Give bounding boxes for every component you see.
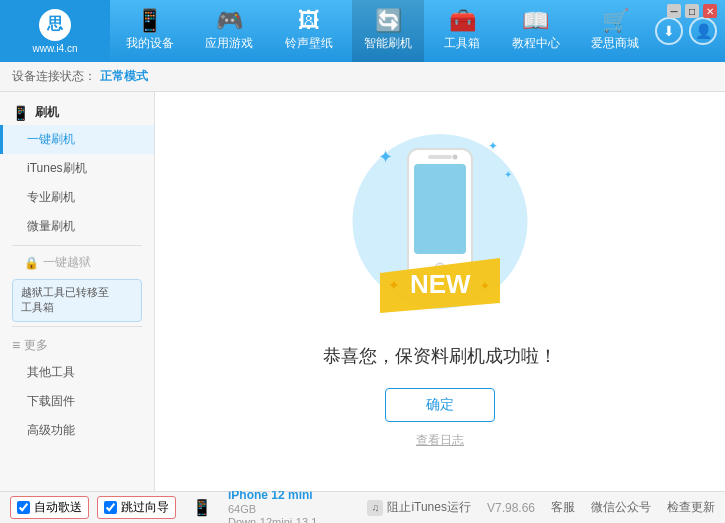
device-info: iPhone 12 mini 64GB Down-12mini-13,1 — [228, 488, 317, 524]
device-section: 📱 iPhone 12 mini 64GB Down-12mini-13,1 — [192, 488, 317, 524]
device-storage: 64GB — [228, 503, 256, 515]
bottom-bar: 自动歌送 跳过向导 📱 iPhone 12 mini 64GB Down-12m… — [0, 491, 725, 523]
nav-my-device[interactable]: 📱 我的设备 — [114, 0, 186, 62]
nav-tutorial-label: 教程中心 — [512, 35, 560, 52]
success-message: 恭喜您，保资料刷机成功啦！ — [323, 344, 557, 368]
sidebar-divider-1 — [12, 245, 142, 246]
wechat-link[interactable]: 微信公众号 — [591, 499, 651, 516]
more-section-label: 更多 — [24, 337, 48, 354]
sidebar-jailbreak-locked: 🔒 一键越狱 — [0, 250, 154, 275]
skip-wizard-input[interactable] — [104, 501, 117, 514]
nav-wallpaper[interactable]: 🖼 铃声壁纸 — [273, 0, 345, 62]
flash-section-icon: 📱 — [12, 105, 29, 121]
status-bar: 设备连接状态： 正常模式 — [0, 62, 725, 92]
my-device-icon: 📱 — [136, 10, 163, 32]
confirm-button[interactable]: 确定 — [385, 388, 495, 422]
sidebar-item-download-firmware[interactable]: 下载固件 — [0, 387, 154, 416]
content-area: ✦ ✦ ✦ ✦ — [155, 92, 725, 491]
jailbreak-notice-text: 越狱工具已转移至工具箱 — [21, 286, 109, 313]
top-bar: ─ □ ✕ 思 www.i4.cn 📱 我的设备 🎮 应用游戏 🖼 铃声壁纸 🔄… — [0, 0, 725, 62]
svg-rect-3 — [428, 155, 452, 159]
logo-icon: 思 — [47, 14, 63, 35]
nav-wallpaper-label: 铃声壁纸 — [285, 35, 333, 52]
auto-jump-checkbox[interactable]: 自动歌送 — [10, 496, 89, 519]
download-firmware-label: 下载固件 — [27, 394, 75, 408]
sidebar-jailbreak-notice: 越狱工具已转移至工具箱 — [12, 279, 142, 322]
nav-store-label: 爱思商城 — [591, 35, 639, 52]
maximize-button[interactable]: □ — [685, 4, 699, 18]
svg-rect-1 — [414, 164, 466, 254]
stop-itunes-bar[interactable]: ♫ 阻止iTunes运行 — [367, 499, 471, 516]
minimize-button[interactable]: ─ — [667, 4, 681, 18]
nav-smart-flash[interactable]: 🔄 智能刷机 — [352, 0, 424, 62]
check-update-link[interactable]: 检查更新 — [667, 499, 715, 516]
logo-text: www.i4.cn — [32, 43, 77, 54]
bottom-left: 自动歌送 跳过向导 📱 iPhone 12 mini 64GB Down-12m… — [10, 488, 317, 524]
nav-toolbox-label: 工具箱 — [444, 35, 480, 52]
svg-text:✦: ✦ — [388, 277, 400, 293]
device-model: Down-12mini-13,1 — [228, 516, 317, 524]
bottom-right: ♫ 阻止iTunes运行 V7.98.66 客服 微信公众号 检查更新 — [367, 499, 715, 516]
device-phone-icon: 📱 — [192, 498, 212, 517]
jailbreak-label: 一键越狱 — [43, 254, 91, 271]
sidebar: 📱 刷机 一键刷机 iTunes刷机 专业刷机 微量刷机 🔒 一键越狱 越狱工具… — [0, 92, 155, 491]
other-tools-label: 其他工具 — [27, 365, 75, 379]
apps-games-icon: 🎮 — [216, 10, 243, 32]
store-icon: 🛒 — [602, 10, 629, 32]
svg-text:NEW: NEW — [410, 269, 471, 299]
sidebar-item-pro-flash[interactable]: 专业刷机 — [0, 183, 154, 212]
main-layout: 📱 刷机 一键刷机 iTunes刷机 专业刷机 微量刷机 🔒 一键越狱 越狱工具… — [0, 92, 725, 491]
nav-my-device-label: 我的设备 — [126, 35, 174, 52]
logo-circle: 思 — [39, 9, 71, 41]
pro-flash-label: 专业刷机 — [27, 190, 75, 204]
lock-icon: 🔒 — [24, 256, 39, 270]
micro-flash-label: 微量刷机 — [27, 219, 75, 233]
status-value: 正常模式 — [100, 68, 148, 85]
sidebar-flash-section: 📱 刷机 — [0, 98, 154, 125]
wallpaper-icon: 🖼 — [298, 10, 320, 32]
close-button[interactable]: ✕ — [703, 4, 717, 18]
tutorial-icon: 📖 — [522, 10, 549, 32]
sidebar-item-other-tools[interactable]: 其他工具 — [0, 358, 154, 387]
phone-illustration: ✦ ✦ ✦ ✦ — [340, 134, 540, 324]
nav-apps-games-label: 应用游戏 — [205, 35, 253, 52]
sidebar-item-advanced[interactable]: 高级功能 — [0, 416, 154, 445]
skip-wizard-label: 跳过向导 — [121, 499, 169, 516]
stop-itunes-label: 阻止iTunes运行 — [387, 499, 471, 516]
user-button[interactable]: 👤 — [689, 17, 717, 45]
itunes-flash-label: iTunes刷机 — [27, 161, 87, 175]
sidebar-item-one-click-flash[interactable]: 一键刷机 — [0, 125, 154, 154]
flash-section-label: 刷机 — [35, 104, 59, 121]
download-button[interactable]: ⬇ — [655, 17, 683, 45]
logo: 思 www.i4.cn — [0, 0, 110, 62]
sparkle-right: ✦ — [488, 139, 498, 153]
one-click-flash-label: 一键刷机 — [27, 132, 75, 146]
goto-log-link[interactable]: 查看日志 — [416, 432, 464, 449]
nav-toolbox[interactable]: 🧰 工具箱 — [432, 0, 492, 62]
status-label: 设备连接状态： — [12, 68, 96, 85]
itunes-icon: ♫ — [367, 500, 383, 516]
toolbox-icon: 🧰 — [449, 10, 476, 32]
nav-smart-flash-label: 智能刷机 — [364, 35, 412, 52]
advanced-label: 高级功能 — [27, 423, 75, 437]
nav-apps-games[interactable]: 🎮 应用游戏 — [193, 0, 265, 62]
auto-jump-input[interactable] — [17, 501, 30, 514]
new-ribbon: ✦ ✦ NEW — [380, 258, 500, 316]
top-right-area: ⬇ 👤 — [655, 17, 725, 45]
version-text: V7.98.66 — [487, 501, 535, 515]
customer-service-link[interactable]: 客服 — [551, 499, 575, 516]
auto-jump-label: 自动歌送 — [34, 499, 82, 516]
svg-point-4 — [453, 155, 458, 160]
sidebar-divider-2 — [12, 326, 142, 327]
sidebar-item-micro-flash[interactable]: 微量刷机 — [0, 212, 154, 241]
sidebar-more-section: ≡ 更多 — [0, 331, 154, 358]
nav-store[interactable]: 🛒 爱思商城 — [579, 0, 651, 62]
window-controls: ─ □ ✕ — [667, 4, 717, 18]
skip-wizard-checkbox[interactable]: 跳过向导 — [97, 496, 176, 519]
sidebar-item-itunes-flash[interactable]: iTunes刷机 — [0, 154, 154, 183]
nav-bar: 📱 我的设备 🎮 应用游戏 🖼 铃声壁纸 🔄 智能刷机 🧰 工具箱 📖 教程中心… — [110, 0, 655, 62]
sparkle-left: ✦ — [378, 146, 393, 168]
nav-tutorial[interactable]: 📖 教程中心 — [500, 0, 572, 62]
svg-text:✦: ✦ — [480, 279, 490, 293]
sparkle-top-right: ✦ — [504, 169, 512, 180]
